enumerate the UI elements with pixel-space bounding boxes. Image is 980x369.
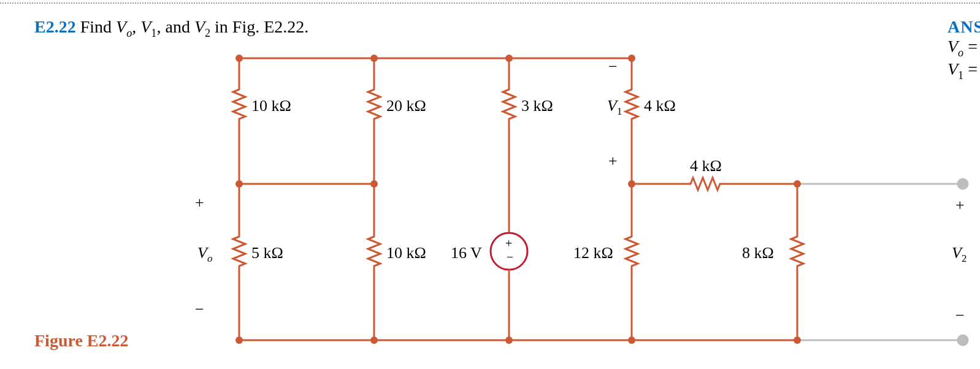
resistor-3k: 3 kΩ: [521, 97, 553, 115]
svg-point-1: [958, 179, 968, 189]
resistor-4k-horiz: 4 kΩ: [690, 157, 722, 175]
source-plus: +: [505, 237, 512, 251]
v2-label: V2: [952, 244, 967, 265]
svg-point-11: [235, 337, 243, 344]
resistor-4k-top: 4 kΩ: [644, 97, 676, 115]
resistor-10k-bot: 10 kΩ: [386, 244, 426, 262]
vo-plus: +: [195, 194, 204, 212]
svg-point-15: [794, 337, 801, 344]
svg-point-12: [370, 337, 378, 344]
svg-point-14: [628, 337, 635, 344]
resistor-5k: 5 kΩ: [251, 244, 283, 262]
resistor-8k: 8 kΩ: [742, 244, 774, 262]
svg-point-3: [235, 55, 243, 62]
v1-label: V1: [607, 97, 622, 118]
svg-point-8: [370, 180, 378, 188]
resistor-20k: 20 kΩ: [386, 97, 426, 115]
svg-point-2: [958, 335, 968, 345]
svg-point-6: [628, 55, 635, 62]
circuit-diagram: [0, 0, 980, 369]
source-minus: −: [507, 250, 513, 264]
vo-minus: −: [195, 300, 204, 319]
svg-point-7: [235, 180, 243, 188]
svg-point-9: [628, 180, 635, 188]
svg-point-5: [505, 55, 513, 62]
resistor-12k: 12 kΩ: [573, 244, 613, 262]
v1-plus: +: [608, 152, 618, 170]
v2-minus: −: [955, 306, 965, 325]
svg-point-10: [794, 180, 801, 188]
voltage-source-value: 16 V: [451, 244, 482, 262]
vo-label: Vo: [197, 244, 212, 265]
v1-minus: −: [608, 58, 618, 76]
svg-point-4: [370, 55, 378, 62]
resistor-10k-top: 10 kΩ: [251, 97, 291, 115]
v2-plus: +: [955, 196, 965, 215]
svg-point-13: [505, 337, 513, 344]
